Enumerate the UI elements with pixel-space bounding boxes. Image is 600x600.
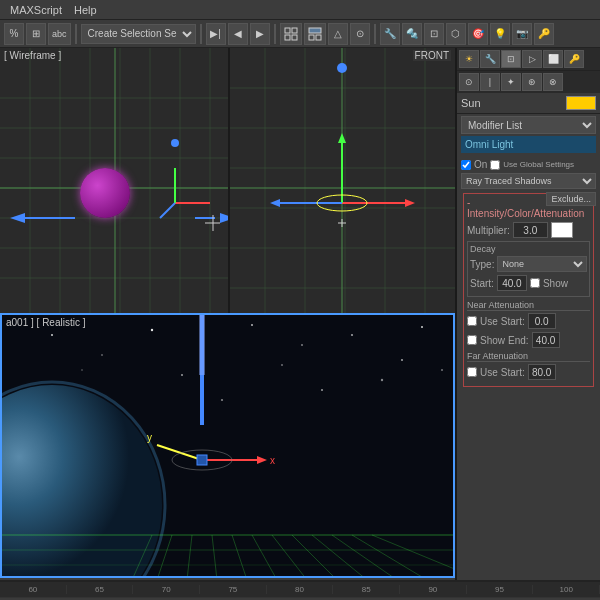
tab-create[interactable]: ☀: [459, 50, 479, 68]
svg-text:x: x: [270, 455, 275, 466]
near-use-checkbox[interactable]: [467, 316, 477, 326]
maxscript-menu[interactable]: MAXScript: [4, 4, 68, 16]
far-attenuation: Far Attenuation Use Start:: [467, 351, 590, 380]
view2-btn[interactable]: [304, 23, 326, 45]
tick-70: 70: [133, 585, 200, 594]
create-selection-dropdown[interactable]: Create Selection Se: [81, 24, 196, 44]
light-color-swatch[interactable]: [551, 222, 573, 238]
sun-section: Sun: [457, 93, 600, 114]
tick-65: 65: [67, 585, 134, 594]
near-end-input[interactable]: [532, 332, 560, 348]
svg-rect-4: [309, 28, 321, 33]
shadow-dropdown[interactable]: Ray Traced Shadows: [461, 173, 596, 189]
svg-point-57: [51, 334, 53, 336]
near-show-checkbox[interactable]: [467, 335, 477, 345]
sun-color-swatch[interactable]: [566, 96, 596, 110]
svg-line-29: [160, 203, 175, 218]
help-menu[interactable]: Help: [68, 4, 103, 16]
menu-bar: MAXScript Help: [0, 0, 600, 20]
svg-rect-2: [285, 35, 290, 40]
far-start-label: Start:: [501, 367, 525, 378]
tab-display[interactable]: ⬜: [543, 50, 563, 68]
type-label: Type:: [470, 259, 494, 270]
tick-100: 100: [533, 585, 600, 594]
tick-60: 60: [0, 585, 67, 594]
main-area: [ Wireframe ]: [0, 48, 600, 580]
decay-type-dropdown[interactable]: None: [497, 256, 587, 272]
view4-btn[interactable]: ⊙: [350, 23, 370, 45]
tool4-btn[interactable]: ⬡: [446, 23, 466, 45]
sun-label: Sun: [461, 97, 481, 109]
use-global-checkbox[interactable]: [490, 160, 500, 170]
play-btn[interactable]: ▶|: [206, 23, 226, 45]
shadow-row: Ray Traced Shadows: [461, 173, 596, 189]
front-grid: [230, 48, 455, 313]
snap-btn[interactable]: ⊞: [26, 23, 46, 45]
far-use-row: Use Start:: [467, 364, 590, 380]
tool2-btn[interactable]: 🔩: [402, 23, 422, 45]
start-input[interactable]: [497, 275, 527, 291]
prev-btn[interactable]: ◀: [228, 23, 248, 45]
tab-r1[interactable]: ⊙: [459, 73, 479, 91]
tab-r5[interactable]: ⊗: [543, 73, 563, 91]
camera-btn[interactable]: 📷: [512, 23, 532, 45]
svg-rect-99: [197, 455, 207, 465]
tool5-btn[interactable]: 🎯: [468, 23, 488, 45]
tab-r2[interactable]: |: [480, 73, 500, 91]
on-checkbox[interactable]: [461, 160, 471, 170]
svg-point-69: [381, 379, 383, 381]
view3-btn[interactable]: △: [328, 23, 348, 45]
show-checkbox[interactable]: [530, 278, 540, 288]
near-use-row: Use Start:: [467, 313, 590, 329]
svg-point-59: [151, 329, 153, 331]
svg-rect-1: [292, 28, 297, 33]
svg-point-61: [251, 324, 253, 326]
svg-rect-5: [309, 35, 314, 40]
far-use-checkbox[interactable]: [467, 367, 477, 377]
exclude-button[interactable]: Exclude...: [546, 192, 596, 206]
next-btn[interactable]: ▶: [250, 23, 270, 45]
tab-motion[interactable]: ▷: [522, 50, 542, 68]
modifier-list-box: Omni Light: [461, 136, 596, 153]
status-bar: 60 65 70 75 80 85 90 95 100 Y: 191.568 Z…: [0, 580, 600, 600]
view1-btn[interactable]: [280, 23, 302, 45]
show-label: Show: [543, 278, 568, 289]
panel-tabs-row1: ☀ 🔧 ⊡ ▷ ⬜ 🔑: [457, 48, 600, 70]
tool3-btn[interactable]: ⊡: [424, 23, 444, 45]
multiplier-input[interactable]: [513, 222, 548, 238]
far-start-input[interactable]: [528, 364, 556, 380]
tab-modify[interactable]: 🔧: [480, 50, 500, 68]
tab-utilities[interactable]: 🔑: [564, 50, 584, 68]
intensity-box: - Intensity/Color/Attenuation Multiplier…: [463, 193, 594, 387]
viewport-wireframe[interactable]: [ Wireframe ]: [0, 48, 230, 313]
svg-point-62: [301, 344, 303, 346]
svg-marker-48: [405, 199, 415, 207]
tool1-btn[interactable]: 🔧: [380, 23, 400, 45]
right-panel: ☀ 🔧 ⊡ ▷ ⬜ 🔑 ⊙ | ✦ ⊛ ⊗ Sun Modifier List: [455, 48, 600, 580]
svg-point-70: [441, 369, 442, 370]
start-row: Start: Show: [470, 275, 587, 291]
viewport-front[interactable]: FRONT: [230, 48, 455, 313]
percent-btn[interactable]: %: [4, 23, 24, 45]
tick-90: 90: [400, 585, 467, 594]
abc-btn[interactable]: abc: [48, 23, 71, 45]
tick-85: 85: [333, 585, 400, 594]
svg-point-46: [337, 63, 347, 73]
sphere-object[interactable]: [80, 168, 130, 218]
svg-point-65: [421, 326, 423, 328]
near-show-label: Show: [480, 335, 505, 346]
tab-r3[interactable]: ✦: [501, 73, 521, 91]
light-settings: On Use Global Settings Ray Traced Shadow…: [457, 155, 600, 394]
tick-95: 95: [467, 585, 534, 594]
modifier-list-dropdown[interactable]: Modifier List: [461, 116, 596, 134]
viewport-realistic[interactable]: a001 ] [ Realistic ]: [0, 313, 455, 578]
front-label: FRONT: [413, 50, 451, 61]
near-start-input[interactable]: [528, 313, 556, 329]
tab-r4[interactable]: ⊛: [522, 73, 542, 91]
svg-point-63: [351, 334, 353, 336]
tab-hierarchy[interactable]: ⊡: [501, 50, 521, 68]
omni-light-item[interactable]: Omni Light: [465, 138, 592, 151]
key-btn[interactable]: 🔑: [534, 23, 554, 45]
light-btn[interactable]: 💡: [490, 23, 510, 45]
space-background: x y: [2, 315, 453, 576]
